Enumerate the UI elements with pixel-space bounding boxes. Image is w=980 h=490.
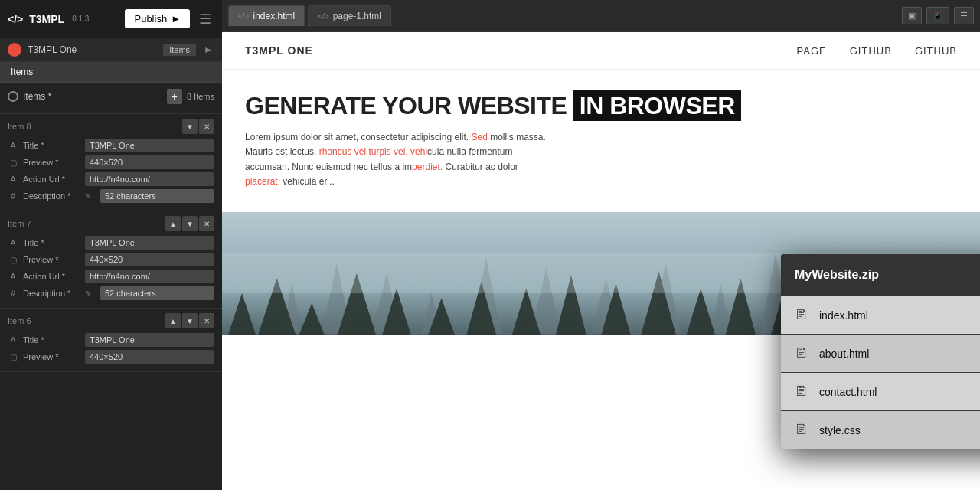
nav-link-page[interactable]: PAGE bbox=[797, 45, 827, 57]
edit-icon-7[interactable]: ✎ bbox=[85, 289, 96, 298]
tab-label-2: page-1.html bbox=[333, 11, 381, 21]
item-7-desc-row: # Description * ✎ 52 characters bbox=[8, 286, 214, 300]
hero-heading-highlight: IN BROWSER bbox=[573, 90, 741, 121]
item-7-title-label: Title * bbox=[23, 238, 80, 247]
menu-button[interactable]: ☰ bbox=[196, 8, 214, 31]
sidebar-header: </> T3MPL 0.1.3 Publish ► ☰ bbox=[0, 0, 222, 38]
edit-icon[interactable]: ✎ bbox=[85, 192, 96, 201]
item-8-title-label: Title * bbox=[23, 141, 80, 150]
zip-file-item-contact: 🖹 contact.html 1 234 bytes bbox=[781, 373, 980, 411]
item-6-down-button[interactable]: ▼ bbox=[182, 313, 198, 328]
item-7-up-button[interactable]: ▲ bbox=[165, 216, 181, 231]
item-8-preview-value[interactable]: 440×520 bbox=[85, 155, 214, 169]
items-circle-icon bbox=[8, 91, 18, 102]
publish-label: Publish bbox=[134, 13, 167, 24]
hero-heading-start: GENERATE YOUR WEBSITE bbox=[245, 92, 573, 119]
item-6-up-button[interactable]: ▲ bbox=[165, 313, 181, 328]
item-8-title-row: A Title * T3MPL One bbox=[8, 139, 214, 152]
url-icon-7: A bbox=[8, 273, 18, 281]
preview-area: T3MPL ONE PAGE GITHUB GITHUB GENERATE YO… bbox=[222, 32, 980, 490]
item-7-preview-value[interactable]: 440×520 bbox=[85, 253, 214, 266]
item-7-desc-value: 52 characters bbox=[100, 286, 214, 300]
item-7-delete-button[interactable]: ✕ bbox=[199, 216, 214, 231]
tab-page1-html[interactable]: </> page-1.html bbox=[308, 5, 391, 26]
item-8-title-value[interactable]: T3MPL One bbox=[85, 139, 214, 152]
items-label: Items * bbox=[23, 91, 162, 102]
website-logo: T3MPL ONE bbox=[245, 44, 313, 57]
nav-link-github-1[interactable]: GITHUB bbox=[850, 45, 892, 57]
items-tab-label: Items bbox=[11, 67, 33, 77]
website-nav-links: PAGE GITHUB GITHUB bbox=[797, 45, 957, 57]
item-block-8: Item 8 ▼ ✕ A Title * T3MPL One ▢ Preview… bbox=[0, 114, 222, 211]
account-name: T3MPL One bbox=[28, 44, 77, 55]
zip-file-item-style: 🖹 style.css 8 165 bytes bbox=[781, 411, 980, 449]
file-name-style: style.css bbox=[819, 424, 980, 436]
item-7-preview-label: Preview * bbox=[23, 255, 80, 264]
zip-modal-title: MyWebsite.zip bbox=[795, 268, 980, 282]
item-7-url-label: Action Url * bbox=[23, 272, 80, 281]
item-7-header: Item 7 ▲ ▼ ✕ bbox=[8, 216, 214, 231]
account-avatar bbox=[8, 43, 21, 57]
preview-icon-7: ▢ bbox=[8, 256, 18, 264]
item-8-delete-button[interactable]: ✕ bbox=[199, 119, 214, 134]
item-7-url-value[interactable]: http://n4no.com/ bbox=[85, 270, 214, 283]
items-badge: Items bbox=[163, 44, 196, 56]
tab-label-1: index.html bbox=[253, 11, 295, 21]
add-item-button[interactable]: + bbox=[167, 89, 182, 104]
item-6-delete-button[interactable]: ✕ bbox=[199, 313, 214, 328]
items-count: 8 Items bbox=[187, 92, 214, 101]
file-name-about: about.html bbox=[819, 348, 980, 360]
website-hero: GENERATE YOUR WEBSITE IN BROWSER Lorem i… bbox=[222, 70, 980, 204]
tab-index-html[interactable]: </> index.html bbox=[228, 5, 305, 26]
nav-link-github-2[interactable]: GITHUB bbox=[915, 45, 957, 57]
item-6-preview-value[interactable]: 440×520 bbox=[85, 350, 214, 364]
item-block-7: Item 7 ▲ ▼ ✕ A Title * T3MPL One ▢ Previ… bbox=[0, 211, 222, 309]
title-icon-6: A bbox=[8, 336, 18, 345]
file-name-contact: contact.html bbox=[819, 386, 980, 398]
zip-modal-header: MyWebsite.zip ✕ bbox=[781, 254, 980, 296]
item-7-down-button[interactable]: ▼ bbox=[182, 216, 198, 231]
sidebar: </> T3MPL 0.1.3 Publish ► ☰ T3MPL One It… bbox=[0, 0, 222, 490]
app-container: </> T3MPL 0.1.3 Publish ► ☰ T3MPL One It… bbox=[0, 0, 980, 490]
file-icon-index: 🖹 bbox=[795, 307, 808, 323]
item-8-desc-row: # Description * ✎ 52 characters bbox=[8, 189, 214, 203]
zip-modal: MyWebsite.zip ✕ 🖹 index.html 1 412 bytes… bbox=[781, 254, 980, 449]
hero-heading: GENERATE YOUR WEBSITE IN BROWSER bbox=[245, 93, 957, 119]
item-7-desc-label: Description * bbox=[23, 289, 80, 298]
file-icon-contact: 🖹 bbox=[795, 384, 808, 400]
tab-icon-2: </> bbox=[318, 12, 328, 21]
settings-view-button[interactable]: ☰ bbox=[954, 7, 974, 24]
item-8-preview-row: ▢ Preview * 440×520 bbox=[8, 155, 214, 169]
item-7-title-row: A Title * T3MPL One bbox=[8, 236, 214, 250]
file-name-index: index.html bbox=[819, 309, 980, 322]
item-6-title-value[interactable]: T3MPL One bbox=[85, 333, 214, 347]
title-icon: A bbox=[8, 142, 18, 150]
item-8-url-label: Action Url * bbox=[23, 175, 80, 184]
tab-bar: </> index.html </> page-1.html ▣ 📱 ☰ bbox=[222, 0, 980, 32]
mobile-view-button[interactable]: 📱 bbox=[926, 7, 949, 24]
item-6-label: Item 6 bbox=[8, 316, 164, 325]
app-version: 0.1.3 bbox=[72, 15, 89, 23]
items-section: Items * + 8 Items bbox=[0, 83, 222, 114]
publish-button[interactable]: Publish ► bbox=[125, 9, 190, 28]
main-area: </> index.html </> page-1.html ▣ 📱 ☰ T3M… bbox=[222, 0, 980, 490]
send-icon: ► bbox=[171, 13, 181, 24]
scroll-right-icon[interactable]: ► bbox=[202, 44, 214, 55]
item-8-label: Item 8 bbox=[8, 122, 181, 131]
items-tab[interactable]: Items bbox=[0, 62, 222, 83]
website-nav: T3MPL ONE PAGE GITHUB GITHUB bbox=[222, 32, 980, 70]
item-7-title-value[interactable]: T3MPL One bbox=[85, 236, 214, 250]
zip-file-item-index: 🖹 index.html 1 412 bytes bbox=[781, 296, 980, 335]
sidebar-content: Items * + 8 Items Item 8 ▼ ✕ A Title * T… bbox=[0, 83, 222, 490]
item-6-header: Item 6 ▲ ▼ ✕ bbox=[8, 313, 214, 328]
desc-icon: # bbox=[8, 192, 18, 201]
zip-file-item-about: 🖹 about.html 663 bytes bbox=[781, 335, 980, 373]
item-8-preview-label: Preview * bbox=[23, 158, 80, 167]
desktop-view-button[interactable]: ▣ bbox=[902, 7, 922, 24]
item-6-preview-label: Preview * bbox=[23, 352, 80, 361]
item-8-header: Item 8 ▼ ✕ bbox=[8, 119, 214, 134]
preview-icon: ▢ bbox=[8, 158, 18, 167]
item-8-url-value[interactable]: http://n4no.com/ bbox=[85, 172, 214, 186]
tab-icon-1: </> bbox=[238, 12, 249, 21]
item-8-down-button[interactable]: ▼ bbox=[182, 119, 198, 134]
